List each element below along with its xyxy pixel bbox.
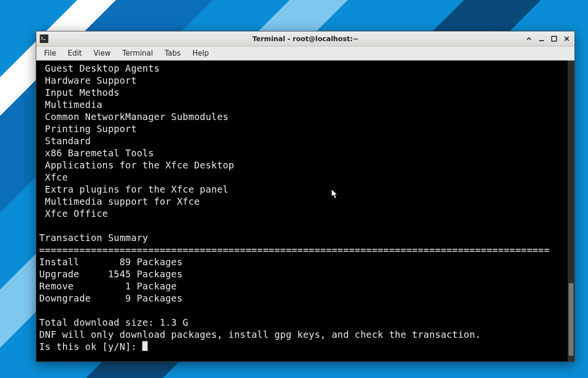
window-shade-button[interactable] bbox=[523, 33, 535, 44]
menu-tabs[interactable]: Tabs bbox=[159, 47, 186, 60]
menu-terminal[interactable]: Terminal bbox=[117, 47, 159, 60]
scrollbar-thumb[interactable] bbox=[569, 283, 573, 355]
menu-view[interactable]: View bbox=[88, 47, 117, 60]
window-maximize-button[interactable] bbox=[548, 33, 560, 44]
svg-rect-1 bbox=[43, 39, 45, 40]
terminal-viewport[interactable]: Guest Desktop Agents Hardware Support In… bbox=[36, 60, 574, 362]
terminal-window: Terminal - root@localhost:~ File Edit Vi… bbox=[36, 31, 575, 362]
menu-file[interactable]: File bbox=[38, 47, 62, 60]
svg-rect-3 bbox=[552, 36, 557, 41]
terminal-scrollbar[interactable] bbox=[568, 60, 574, 362]
menubar: File Edit View Terminal Tabs Help bbox=[36, 46, 574, 60]
svg-rect-2 bbox=[539, 40, 544, 41]
svg-rect-0 bbox=[40, 34, 48, 43]
menu-help[interactable]: Help bbox=[186, 47, 214, 60]
window-titlebar[interactable]: Terminal - root@localhost:~ bbox=[36, 31, 574, 46]
terminal-app-icon bbox=[39, 34, 49, 44]
menu-edit[interactable]: Edit bbox=[62, 47, 88, 60]
terminal-cursor bbox=[142, 341, 148, 351]
window-close-button[interactable] bbox=[561, 33, 573, 44]
terminal-output[interactable]: Guest Desktop Agents Hardware Support In… bbox=[39, 62, 572, 353]
window-controls bbox=[523, 33, 574, 44]
window-title: Terminal - root@localhost:~ bbox=[36, 35, 574, 43]
window-minimize-button[interactable] bbox=[536, 33, 547, 44]
